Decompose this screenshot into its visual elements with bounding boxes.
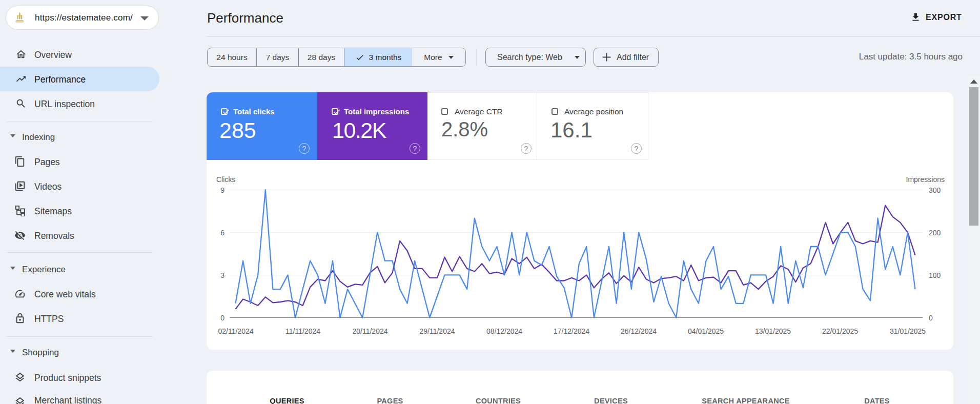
svg-text:100: 100 bbox=[929, 271, 941, 279]
svg-text:300: 300 bbox=[929, 186, 941, 194]
svg-text:02/11/2024: 02/11/2024 bbox=[218, 327, 253, 335]
svg-text:200: 200 bbox=[929, 229, 941, 237]
svg-text:6: 6 bbox=[220, 229, 224, 237]
svg-text:04/01/2025: 04/01/2025 bbox=[688, 327, 724, 335]
svg-text:22/01/2025: 22/01/2025 bbox=[822, 327, 858, 335]
svg-text:31/01/2025: 31/01/2025 bbox=[890, 327, 926, 335]
svg-text:0: 0 bbox=[220, 314, 224, 322]
svg-text:0: 0 bbox=[929, 314, 933, 322]
svg-text:13/01/2025: 13/01/2025 bbox=[755, 327, 791, 335]
svg-text:17/12/2024: 17/12/2024 bbox=[554, 327, 589, 335]
svg-text:29/11/2024: 29/11/2024 bbox=[419, 327, 455, 335]
svg-text:3: 3 bbox=[220, 271, 224, 279]
svg-text:Impressions: Impressions bbox=[906, 175, 945, 184]
svg-text:08/12/2024: 08/12/2024 bbox=[486, 327, 522, 335]
svg-text:20/11/2024: 20/11/2024 bbox=[352, 327, 387, 335]
svg-text:26/12/2024: 26/12/2024 bbox=[621, 327, 657, 335]
svg-text:Clicks: Clicks bbox=[216, 175, 235, 184]
svg-text:9: 9 bbox=[220, 186, 224, 194]
svg-text:11/11/2024: 11/11/2024 bbox=[285, 327, 320, 335]
